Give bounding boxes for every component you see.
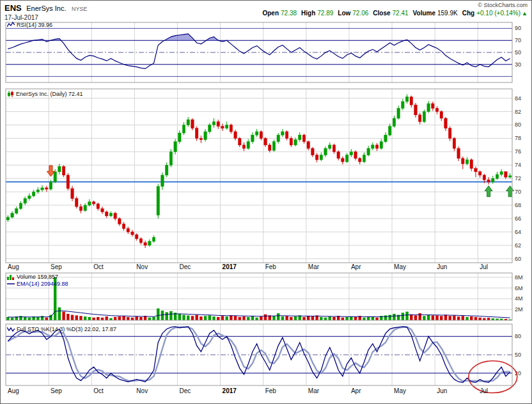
svg-text:70: 70 [515,37,521,43]
volume-bars-icon [7,274,15,280]
chart-header: ENS EnerSys Inc. NYSE 17-Jul-2017 © Stoc… [1,1,531,19]
quote-chg-value: +0.10 (+0.14%) [476,10,520,17]
sto-panel-label: Full STO %K(14,3) %D(3) 22.02, 17.87 [7,326,116,332]
svg-text:4M: 4M [515,295,523,302]
sto-panel: 805020 [6,324,521,393]
svg-text:Sep: Sep [51,387,62,394]
svg-text:70: 70 [515,189,521,195]
svg-text:82: 82 [515,109,521,115]
svg-text:Sep: Sep [51,263,62,270]
rsi-panel-label: RSI(14) 39.96 [7,22,52,28]
svg-text:2017: 2017 [223,387,237,394]
svg-text:Dec: Dec [179,263,191,270]
svg-text:Mar: Mar [308,263,320,270]
company-name: EnerSys Inc. [26,4,66,12]
svg-text:Apr: Apr [351,387,361,394]
exchange-name: NYSE [72,6,88,12]
svg-text:74: 74 [515,162,521,168]
svg-text:Jul: Jul [480,263,488,270]
rsi-panel: 90705030 [6,22,521,82]
title-row: ENS EnerSys Inc. NYSE [4,2,88,13]
svg-text:8M: 8M [515,274,523,281]
volume-label-text: Volume 159,857 [17,274,58,280]
svg-text:80: 80 [515,121,521,128]
svg-text:66: 66 [515,215,521,222]
chart-canvas: 90705030848280787674727068666462608M6M4M… [1,19,532,404]
change-up-arrow-icon: ▲ [522,10,528,17]
svg-text:Mar: Mar [308,387,320,394]
svg-text:Dec: Dec [179,387,191,394]
stockcharts-copyright-link[interactable]: © StockCharts.com [258,2,528,8]
svg-text:64: 64 [515,229,521,235]
sto-label-text: Full STO %K(14,3) %D(3) 22.02, 17.87 [17,326,116,332]
quote-chg-label: Chg [462,10,474,17]
svg-text:50: 50 [515,352,521,358]
ticker-symbol: ENS [4,3,22,13]
price-label-text: EnerSys Inc. (Daily) 72.41 [16,91,83,97]
svg-text:Oct: Oct [93,387,104,394]
svg-text:84: 84 [515,95,521,102]
quote-low-label: Low [338,10,350,17]
ema-legend: EMA(14) 209449.88 [7,281,68,287]
quote-volume-label: Volume [413,10,435,17]
svg-text:Jul: Jul [480,387,488,394]
svg-text:76: 76 [515,148,521,155]
svg-text:Aug: Aug [8,263,19,270]
candlestick-icon [7,91,14,97]
header-right: © StockCharts.com Open72.38High72.89Low7… [258,2,528,17]
price-panel-label: EnerSys Inc. (Daily) 72.41 [7,91,83,97]
svg-text:80: 80 [515,333,521,339]
volume-panel-label: Volume 159,857 [7,274,58,280]
quote-open-label: Open [262,10,279,17]
svg-text:Feb: Feb [265,263,277,270]
line-chart-icon [7,326,15,332]
quote-high-label: High [301,10,315,17]
svg-text:Jun: Jun [437,387,447,394]
svg-text:Oct: Oct [93,263,104,270]
svg-text:Jun: Jun [437,263,447,270]
svg-text:60: 60 [515,256,521,262]
ema-line-icon [7,283,15,285]
quote-close-label: Close [373,10,390,17]
svg-text:May: May [394,387,406,394]
svg-text:50: 50 [515,49,521,56]
line-chart-icon [7,22,15,28]
svg-text:30: 30 [515,61,521,68]
svg-text:2017: 2017 [223,263,237,270]
stock-chart: ENS EnerSys Inc. NYSE 17-Jul-2017 © Stoc… [0,0,532,404]
price-panel: 84828078767472706866646260 [6,89,521,263]
quote-volume-value: 159.9K [437,10,458,17]
svg-text:Apr: Apr [351,263,361,270]
svg-text:Nov: Nov [136,263,148,270]
quote-high-value: 72.89 [317,10,333,17]
svg-text:72: 72 [515,175,521,182]
quote-low-value: 72.06 [352,10,368,17]
svg-text:78: 78 [515,135,521,141]
svg-text:Aug: Aug [8,387,19,394]
svg-text:6M: 6M [515,285,523,291]
quote-open-value: 72.38 [281,10,297,17]
svg-text:Feb: Feb [265,387,277,394]
svg-text:May: May [394,263,406,270]
svg-text:62: 62 [515,242,521,249]
quote-close-value: 72.41 [393,10,409,17]
vol-panel: 8M6M4M2M [6,273,523,320]
rsi-label-text: RSI(14) 39.96 [17,22,52,28]
svg-text:2M: 2M [515,306,523,313]
svg-text:Nov: Nov [136,387,148,394]
svg-text:68: 68 [515,202,521,208]
quote-line: Open72.38High72.89Low72.06Close72.41Volu… [258,10,528,17]
ema-label-text: EMA(14) 209449.88 [17,281,68,287]
svg-text:90: 90 [515,25,521,31]
